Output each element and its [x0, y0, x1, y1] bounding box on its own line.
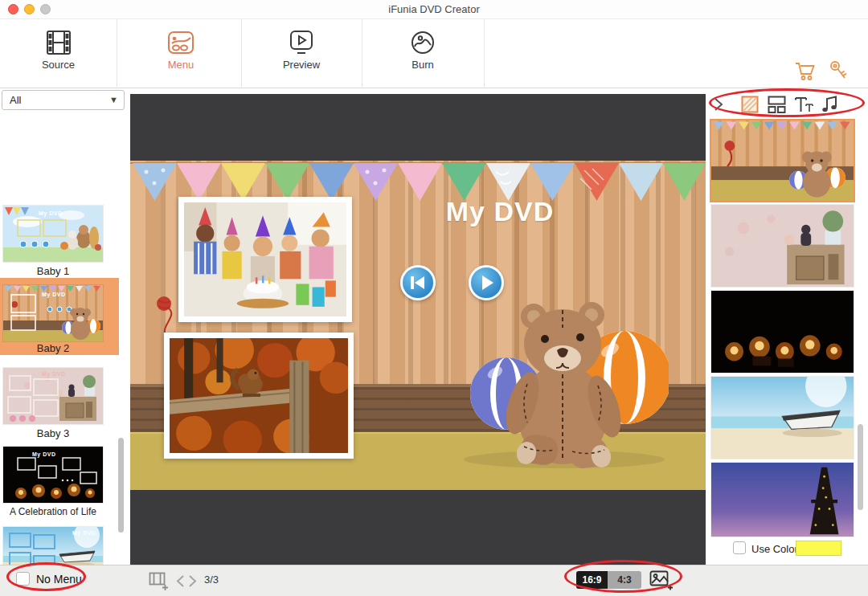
chevron-right-icon: [714, 97, 723, 112]
photo-frame-kids[interactable]: [178, 197, 352, 322]
toolbar-divider: [117, 19, 117, 88]
background-thumb-fence-teddy[interactable]: [711, 120, 854, 201]
template-thumb-baby3: My DVD: [3, 368, 103, 424]
use-color-label: Use Color: [751, 543, 798, 555]
image-add-icon: [649, 569, 674, 593]
music-note-icon: [821, 96, 838, 113]
thumb-overlay-title: My DVD: [39, 210, 62, 216]
template-item-celebration[interactable]: My DVD A Celebration of Life: [0, 447, 119, 520]
collapse-panel-button[interactable]: [714, 97, 723, 115]
sidebar-scrollbar[interactable]: [118, 438, 124, 533]
preview-stage: My DVD: [130, 94, 706, 565]
burn-disc-icon: [408, 30, 437, 55]
no-menu-checkbox[interactable]: [16, 572, 30, 586]
toolbar: Source Menu Preview: [0, 19, 868, 88]
add-chapter-button[interactable]: [149, 571, 170, 594]
prev-page-button[interactable]: [175, 574, 185, 591]
left-sidebar: All ▼: [0, 88, 130, 565]
menu-template-icon: [166, 30, 195, 55]
thumb-overlay-title: My DVD: [32, 451, 55, 457]
template-name: Baby 2: [0, 342, 106, 354]
template-name: A Celebration of Life: [0, 506, 106, 517]
background-icon: [741, 96, 759, 113]
music-tool-button[interactable]: [821, 96, 838, 116]
tab-menu-label: Menu: [121, 59, 241, 71]
register-button[interactable]: [828, 59, 849, 87]
next-page-button[interactable]: [188, 574, 198, 591]
template-thumb-baby1: My DVD: [3, 206, 103, 262]
background-thumb-pink-room[interactable]: [711, 205, 854, 287]
tab-burn[interactable]: Burn: [362, 19, 484, 88]
letterbox-top: [130, 94, 706, 161]
film-strip-icon: [44, 30, 73, 55]
aspect-4-3-button[interactable]: 4:3: [608, 571, 641, 589]
template-name: Baby 3: [0, 427, 106, 439]
template-item-baby1[interactable]: My DVD Baby 1: [0, 206, 119, 280]
use-color-row: Use Color: [706, 538, 868, 562]
tab-source[interactable]: Source: [0, 19, 117, 88]
letterbox-bottom: [130, 490, 706, 565]
menu-back-button[interactable]: [400, 265, 436, 300]
template-thumb-celebration: My DVD: [3, 447, 103, 503]
tab-preview[interactable]: Preview: [241, 19, 362, 88]
right-panel-toolbar: [706, 88, 868, 120]
thumb-overlay-title: My DVD: [42, 292, 65, 297]
toolbar-divider: [484, 19, 485, 88]
eiffel-tower-art: [711, 463, 854, 537]
dvd-menu-title[interactable]: My DVD: [411, 196, 588, 227]
titlebar: iFunia DVD Creator: [0, 0, 868, 19]
frame-tool-button[interactable]: [768, 96, 786, 116]
template-filter-select[interactable]: All ▼: [2, 90, 125, 110]
window-title: iFunia DVD Creator: [0, 3, 868, 15]
background-thumb-beach-boat[interactable]: [711, 377, 854, 459]
template-item-travel1[interactable]: My DVD Travel 1: [0, 527, 119, 565]
chevron-down-icon: ▼: [109, 91, 118, 109]
text-icon: [795, 96, 813, 113]
right-panel: Use Color: [706, 88, 868, 565]
template-thumb-travel1: My DVD: [3, 527, 103, 565]
background-thumb-eiffel[interactable]: [711, 463, 854, 537]
frame-icon: [768, 96, 786, 113]
teddy-bear-illustration: [444, 294, 669, 471]
chevron-right-icon: [188, 574, 198, 588]
cart-icon: [794, 61, 817, 82]
add-background-image-button[interactable]: [649, 569, 674, 596]
kids-party-photo: [184, 202, 346, 316]
aspect-16-9-button[interactable]: 16:9: [576, 571, 608, 589]
key-icon: [828, 59, 849, 84]
squirrel-photo: [170, 338, 348, 453]
fence-teddy-art: [711, 120, 854, 201]
cart-button[interactable]: [794, 61, 817, 85]
frame-add-icon: [149, 571, 170, 591]
tab-burn-label: Burn: [362, 59, 484, 71]
bottom-bar: No Menu 3/3 16:9 4:3: [0, 565, 868, 596]
skip-back-icon: [403, 267, 433, 298]
template-item-baby3[interactable]: My DVD Baby 3: [0, 368, 119, 442]
photo-frame-squirrel[interactable]: [164, 333, 354, 459]
template-item-baby2[interactable]: My DVD Baby 2: [0, 278, 119, 355]
menu-scene[interactable]: My DVD: [130, 161, 706, 490]
tab-source-label: Source: [0, 59, 117, 71]
template-thumb-baby2: My DVD: [3, 285, 103, 341]
tab-preview-label: Preview: [241, 59, 362, 71]
template-name: Baby 1: [0, 265, 106, 277]
beach-boat-art: [711, 377, 854, 459]
use-color-checkbox[interactable]: [733, 541, 746, 554]
filter-value: All: [10, 94, 21, 106]
thumb-overlay-title: My DVD: [42, 371, 65, 377]
background-thumb-candles[interactable]: [711, 291, 854, 373]
teddy-body: [499, 302, 627, 470]
right-panel-scrollbar[interactable]: [858, 424, 863, 510]
thumb-overlay-title: My DVD: [72, 530, 96, 536]
menu-preview: My DVD: [130, 88, 706, 565]
no-menu-label: No Menu: [36, 573, 82, 586]
page-indicator: 3/3: [204, 574, 219, 586]
preview-play-icon: [287, 30, 316, 55]
candles-art: [711, 291, 854, 373]
tab-menu[interactable]: Menu: [121, 19, 241, 88]
chevron-left-icon: [175, 574, 185, 588]
pink-room-art: [711, 205, 854, 287]
use-color-swatch[interactable]: [796, 541, 841, 556]
background-tool-button[interactable]: [741, 96, 759, 116]
text-tool-button[interactable]: [795, 96, 813, 116]
